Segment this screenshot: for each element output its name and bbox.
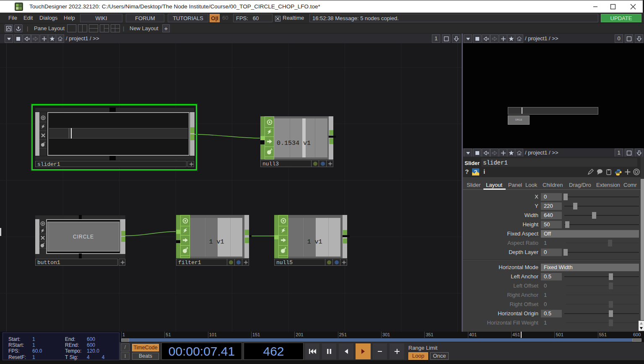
svg-text:?: ? (474, 169, 478, 175)
